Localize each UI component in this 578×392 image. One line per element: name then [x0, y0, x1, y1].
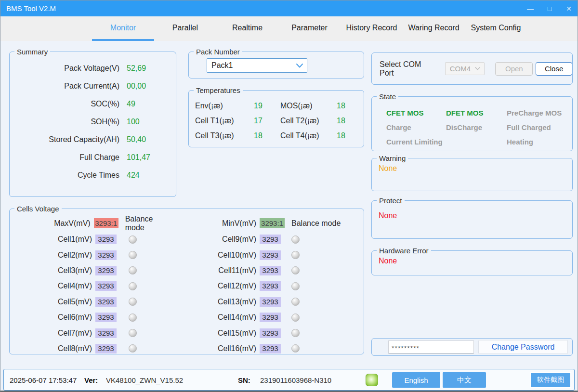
cells-voltage-panel: Cells Voltage MaxV(mV) 3293:1 Balance mo… — [9, 205, 364, 354]
cell-t1-label: Cell T1(¡æ) — [195, 113, 254, 128]
balance-indicator — [129, 329, 137, 337]
stored-capacity-label: Stored Capacity(AH) — [10, 135, 119, 144]
state-current-limiting: Current Limiting — [386, 134, 446, 149]
com-port-select[interactable]: COM4 — [445, 62, 485, 75]
cell11-label: Cell11(mV) — [173, 266, 256, 275]
cell-t4-label: Cell T4(¡æ) — [280, 128, 337, 143]
serial-number-value: 2319011603968-N310 — [260, 376, 331, 384]
cell1-value: 3293 — [95, 235, 117, 244]
cell-row: Cell4(mV)3293 — [10, 278, 173, 294]
cell-row: Cell13(mV)3293 — [173, 294, 341, 310]
summary-row: SOH(%)100 — [10, 113, 176, 131]
cells-voltage-title: Cells Voltage — [14, 205, 62, 213]
com-port-label: Select COM Port — [380, 60, 437, 78]
cell-row: Cell15(mV)3293 — [173, 325, 341, 340]
timestamp: 2025-06-07 17:53:47 — [10, 376, 77, 384]
cell-t2-value: 18 — [337, 113, 364, 128]
com-port-selected-value: COM4 — [450, 65, 471, 73]
state-dfet-mos: DFET MOS — [446, 105, 507, 120]
tab-waring-record[interactable]: Waring Record — [403, 16, 465, 41]
tab-monitor[interactable]: Monitor — [92, 16, 154, 41]
state-cfet-mos: CFET MOS — [386, 105, 446, 120]
cell3-value: 3293 — [95, 266, 117, 275]
summary-row: Pack Voltage(V)52,69 — [10, 59, 176, 77]
cycle-times-value: 424 — [127, 171, 140, 180]
cell-row: Cell12(mV)3293 — [173, 278, 341, 294]
minv-label: MinV(mV) — [173, 219, 256, 228]
state-full-charged: Full Charged — [507, 120, 572, 134]
maximize-button[interactable]: □ — [546, 5, 553, 13]
open-button[interactable]: Open — [495, 62, 533, 76]
tab-history-record[interactable]: History Record — [341, 16, 403, 41]
env-temp-value: 19 — [254, 98, 280, 113]
cell8-label: Cell8(mV) — [10, 344, 92, 353]
password-input[interactable] — [388, 340, 474, 353]
cell-row: Cell3(mV)3293 — [10, 263, 173, 278]
cell13-label: Cell13(mV) — [173, 298, 256, 306]
version-label: Ver: — [84, 376, 98, 384]
balance-indicator — [291, 266, 300, 274]
cell7-label: Cell7(mV) — [10, 329, 92, 338]
state-title: State — [377, 92, 398, 101]
cell5-value: 3293 — [95, 297, 117, 307]
cell13-value: 3293 — [260, 297, 281, 307]
cell10-value: 3293 — [260, 250, 281, 260]
soc-label: SOC(%) — [10, 100, 119, 108]
soc-value: 49 — [127, 100, 135, 108]
summary-title: Summary — [14, 48, 50, 56]
window-controls: — □ ✕ — [526, 0, 573, 16]
pack-number-title: Pack Number — [194, 48, 242, 56]
password-panel: Change Password — [371, 338, 573, 356]
english-language-button[interactable]: English — [392, 372, 440, 388]
warning-value: None — [379, 164, 572, 173]
cell-row: Cell7(mV)3293 — [10, 325, 173, 340]
tab-system-config[interactable]: System Config — [465, 16, 527, 41]
tab-realtime[interactable]: Realtime — [216, 16, 278, 41]
chinese-language-button[interactable]: 中文 — [443, 372, 486, 388]
title-bar: BMS Tool V2.M — □ ✕ — [0, 0, 578, 16]
cell-t3-label: Cell T3(¡æ) — [195, 128, 254, 143]
cells-left-column: MaxV(mV) 3293:1 Balance mode Cell1(mV)32… — [10, 215, 173, 356]
cell-row: Cell5(mV)3293 — [10, 294, 173, 310]
balance-indicator — [291, 344, 300, 353]
screenshot-button[interactable]: 软件截图 — [530, 372, 571, 388]
cell-t1-value: 17 — [254, 113, 280, 128]
cell1-label: Cell1(mV) — [10, 235, 92, 244]
summary-panel: Summary Pack Voltage(V)52,69 Pack Curren… — [9, 48, 176, 197]
pack-current-label: Pack Current(A) — [10, 82, 119, 91]
state-heating: Heating — [507, 134, 572, 149]
balance-mode-label: Balance mode — [125, 215, 173, 232]
mos-temp-value: 18 — [337, 98, 364, 113]
close-window-button[interactable]: ✕ — [565, 5, 573, 13]
change-password-button[interactable]: Change Password — [478, 340, 568, 354]
stored-capacity-value: 50,40 — [127, 135, 146, 144]
cells-right-column: MinV(mV) 3293:1 Balance mode Cell9(mV)32… — [173, 215, 341, 356]
minimize-button[interactable]: — — [526, 5, 534, 13]
pack-number-selected-value: Pack1 — [211, 61, 233, 70]
tab-parallel[interactable]: Parallel — [154, 16, 216, 41]
temperatures-title: Temperatures — [194, 86, 243, 94]
cell-row: Cell9(mV)3293 — [173, 232, 341, 247]
minv-value: 3293:1 — [260, 218, 285, 228]
state-precharge-mos: PreCharge MOS — [507, 105, 572, 120]
cell-row: Cell14(mV)3293 — [173, 310, 341, 325]
cell-t4-value: 18 — [337, 128, 364, 143]
env-temp-label: Env(¡æ) — [195, 98, 254, 113]
state-charge: Charge — [386, 120, 446, 134]
warning-title: Warning — [377, 154, 408, 162]
cell12-value: 3293 — [260, 281, 281, 291]
mos-temp-label: MOS(¡æ) — [280, 98, 337, 113]
pack-number-select[interactable]: Pack1 — [207, 58, 307, 73]
soh-value: 100 — [127, 118, 140, 126]
summary-row: Stored Capacity(AH)50,40 — [10, 131, 176, 148]
close-button[interactable]: Close — [536, 62, 572, 76]
chevron-down-icon — [296, 64, 303, 68]
cell-t2-label: Cell T2(¡æ) — [280, 113, 337, 128]
cell14-label: Cell14(mV) — [173, 313, 256, 322]
tab-parameter[interactable]: Parameter — [278, 16, 341, 41]
window-title: BMS Tool V2.M — [6, 4, 56, 13]
cell-row: Cell16(mV)3293 — [173, 341, 341, 356]
summary-row: Full Charge101,47 — [10, 148, 176, 166]
summary-row: SOC(%)49 — [10, 95, 176, 113]
cell-row: Cell8(mV)3293 — [10, 341, 173, 356]
